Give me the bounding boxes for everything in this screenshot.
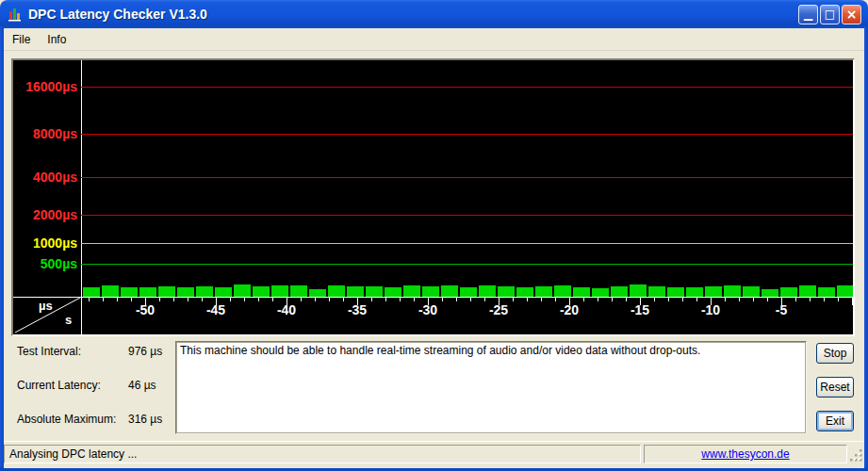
stat-value: 316 µs bbox=[128, 413, 162, 426]
x-axis-baseline bbox=[13, 297, 853, 298]
resize-grip-icon[interactable] bbox=[850, 449, 863, 463]
reset-button[interactable]: Reset bbox=[816, 377, 854, 398]
latency-bar bbox=[837, 285, 853, 297]
stat-value: 46 µs bbox=[128, 379, 156, 392]
latency-bar bbox=[121, 287, 138, 297]
x-axis-tick bbox=[301, 298, 302, 301]
gridline-2000 bbox=[81, 215, 853, 216]
message-text: This machine should be able to handle re… bbox=[180, 344, 700, 357]
x-axis-tick bbox=[103, 298, 104, 301]
maximize-button[interactable]: □ bbox=[820, 5, 840, 24]
y-axis-label-4000: 4000µs bbox=[13, 170, 77, 185]
latency-bar bbox=[158, 286, 175, 297]
close-button[interactable]: × bbox=[842, 5, 861, 24]
latency-bar bbox=[535, 286, 552, 297]
x-axis-tick bbox=[541, 298, 542, 301]
stats-panel: Test Interval:976 µsCurrent Latency:46 µ… bbox=[17, 343, 175, 433]
latency-bar bbox=[290, 285, 307, 297]
latency-bar bbox=[818, 287, 835, 297]
x-axis-tick bbox=[513, 298, 514, 301]
latency-bar bbox=[366, 286, 383, 297]
status-link-cell: www.thesycon.de bbox=[644, 445, 847, 463]
menu-item-file[interactable]: File bbox=[4, 30, 39, 49]
x-axis-tick-label: -20 bbox=[549, 302, 590, 317]
x-axis-tick bbox=[272, 298, 273, 301]
window-border-left bbox=[0, 26, 4, 471]
latency-bar bbox=[234, 284, 251, 297]
gridline-500 bbox=[81, 264, 853, 265]
window-title: DPC Latency Checker V1.3.0 bbox=[28, 7, 796, 22]
latency-bar bbox=[177, 287, 194, 297]
x-axis-tick-label: -25 bbox=[478, 302, 519, 317]
stop-button[interactable]: Stop bbox=[816, 343, 854, 364]
menubar: File Info bbox=[4, 28, 864, 51]
status-bar: Analysing DPC latency ... www.thesycon.d… bbox=[4, 441, 864, 468]
latency-bar bbox=[328, 285, 345, 297]
x-axis-tick bbox=[315, 298, 316, 301]
x-axis-tick bbox=[753, 298, 754, 301]
latency-bar bbox=[648, 286, 665, 297]
y-axis-label-2000: 2000µs bbox=[13, 207, 77, 222]
minimize-button[interactable]: ▁ bbox=[798, 5, 818, 24]
latency-bar bbox=[573, 287, 590, 297]
x-axis-tick bbox=[654, 298, 655, 301]
latency-bar bbox=[592, 288, 609, 297]
x-axis-tick bbox=[527, 298, 528, 301]
x-axis-tick bbox=[414, 298, 415, 301]
x-axis-tick bbox=[838, 298, 839, 301]
stat-row-2: Current Latency:46 µs bbox=[17, 379, 156, 392]
latency-bar bbox=[460, 287, 477, 297]
x-axis-tick bbox=[598, 298, 598, 301]
website-link[interactable]: www.thesycon.de bbox=[701, 447, 789, 461]
x-axis-tick bbox=[668, 298, 669, 301]
x-axis-tick bbox=[767, 298, 768, 301]
latency-bar bbox=[422, 286, 439, 297]
x-axis-tick bbox=[89, 298, 90, 301]
x-axis-tick-label: -35 bbox=[336, 302, 378, 317]
x-axis-tick bbox=[739, 298, 740, 301]
x-axis-tick bbox=[343, 298, 344, 301]
unit-label-us: µs bbox=[39, 299, 53, 313]
app-icon bbox=[8, 6, 25, 23]
latency-bar bbox=[686, 287, 703, 297]
menu-item-info[interactable]: Info bbox=[39, 30, 74, 49]
message-box: This machine should be able to handle re… bbox=[175, 341, 807, 434]
latency-bar bbox=[516, 287, 533, 297]
x-axis-tick bbox=[824, 298, 825, 301]
status-message-cell: Analysing DPC latency ... bbox=[4, 445, 641, 463]
x-axis-tick bbox=[682, 298, 683, 301]
latency-bar bbox=[102, 285, 119, 297]
stat-label: Test Interval: bbox=[17, 345, 128, 358]
latency-bar bbox=[479, 285, 496, 297]
y-axis-label-16000: 16000µs bbox=[13, 79, 77, 94]
latency-bar bbox=[403, 285, 420, 297]
x-axis-tick bbox=[230, 298, 231, 301]
x-axis-tick bbox=[810, 298, 811, 301]
x-axis-tick bbox=[555, 298, 556, 301]
x-axis-tick bbox=[258, 298, 259, 301]
latency-bar bbox=[762, 289, 778, 297]
x-axis-tick bbox=[442, 298, 443, 301]
gridline-8000 bbox=[81, 134, 853, 135]
exit-button[interactable]: Exit bbox=[816, 411, 854, 431]
y-axis-label-8000: 8000µs bbox=[13, 126, 77, 141]
plot-area: µs s 16000µs8000µs4000µs2000µs1000µs500µ… bbox=[13, 60, 853, 334]
latency-bar bbox=[347, 286, 364, 297]
x-axis-tick bbox=[612, 298, 613, 301]
x-axis-tick bbox=[173, 298, 174, 301]
stat-label: Absolute Maximum: bbox=[17, 413, 128, 426]
latency-bar bbox=[630, 284, 647, 297]
x-axis-tick-label: -5 bbox=[761, 302, 802, 317]
x-axis-tick bbox=[131, 298, 132, 301]
x-axis-tick-label: -45 bbox=[195, 302, 237, 317]
stat-label: Current Latency: bbox=[17, 379, 128, 392]
x-axis-tick bbox=[329, 298, 330, 301]
x-axis-tick bbox=[117, 298, 118, 301]
x-axis-tick bbox=[188, 298, 188, 301]
latency-bar bbox=[799, 285, 816, 297]
latency-bar bbox=[705, 286, 722, 297]
x-axis-tick-label: -50 bbox=[124, 302, 166, 317]
window-titlebar[interactable]: DPC Latency Checker V1.3.0 ▁ □ × bbox=[0, 0, 868, 28]
y-axis-line bbox=[81, 60, 82, 334]
x-axis-tick-label: -30 bbox=[407, 302, 449, 317]
